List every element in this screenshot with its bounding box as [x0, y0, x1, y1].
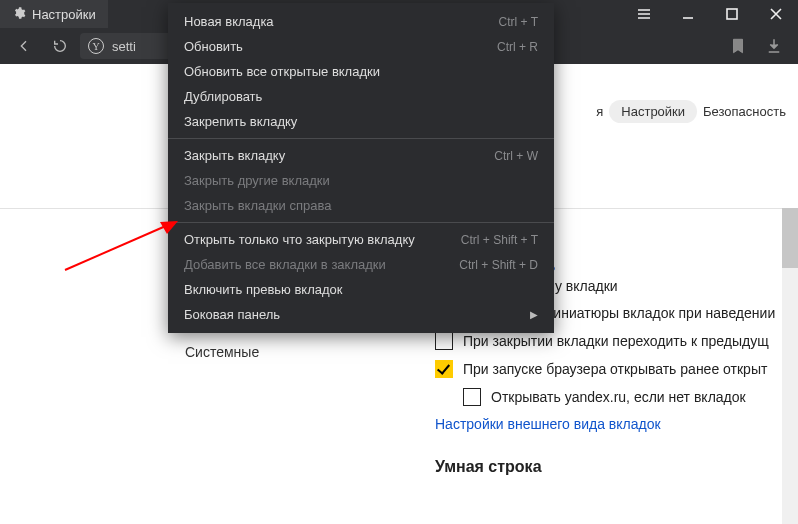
- back-button[interactable]: [8, 30, 40, 62]
- svg-rect-0: [727, 9, 737, 19]
- menu-item-label: Открыть только что закрытую вкладку: [184, 232, 461, 247]
- browser-tab-settings[interactable]: Настройки: [0, 0, 108, 28]
- scrollbar-thumb[interactable]: [782, 208, 798, 268]
- option-restore-tabs[interactable]: При запуске браузера открывать ранее отк…: [435, 360, 794, 378]
- chevron-right-icon: ▶: [530, 309, 538, 320]
- window-buttons: [622, 0, 798, 28]
- menu-item-label: Включить превью вкладок: [184, 282, 538, 297]
- menu-item-shortcut: Ctrl + W: [494, 149, 538, 163]
- menu-item-shortcut: Ctrl + R: [497, 40, 538, 54]
- heading-smart-line: Умная строка: [435, 458, 794, 476]
- menu-item-label: Дублировать: [184, 89, 538, 104]
- menu-item[interactable]: Дублировать: [168, 84, 554, 109]
- yandex-logo-icon: Y: [88, 38, 104, 54]
- menu-item-label: Закрыть другие вкладки: [184, 173, 538, 188]
- menu-item[interactable]: Открыть только что закрытую вкладкуCtrl …: [168, 227, 554, 252]
- link-tab-appearance[interactable]: Настройки внешнего вида вкладок: [435, 416, 794, 432]
- menu-item[interactable]: Включить превью вкладок: [168, 277, 554, 302]
- menu-separator: [168, 138, 554, 139]
- reload-button[interactable]: [44, 30, 76, 62]
- menu-item: Закрыть другие вкладки: [168, 168, 554, 193]
- menu-item[interactable]: Боковая панель▶: [168, 302, 554, 327]
- checkbox-checked[interactable]: [435, 360, 453, 378]
- menu-item[interactable]: Новая вкладкаCtrl + T: [168, 9, 554, 34]
- gear-icon: [12, 6, 26, 23]
- bookmark-icon[interactable]: [722, 30, 754, 62]
- menu-item[interactable]: Закрыть вкладкуCtrl + W: [168, 143, 554, 168]
- menu-item-label: Боковая панель: [184, 307, 530, 322]
- menu-item: Добавить все вкладки в закладкиCtrl + Sh…: [168, 252, 554, 277]
- menu-item-shortcut: Ctrl + T: [499, 15, 538, 29]
- close-button[interactable]: [754, 0, 798, 28]
- menu-item-shortcut: Ctrl + Shift + D: [459, 258, 538, 272]
- menu-item-shortcut: Ctrl + Shift + T: [461, 233, 538, 247]
- menu-item-label: Обновить все открытые вкладки: [184, 64, 538, 79]
- nav-item-settings[interactable]: Настройки: [609, 100, 697, 123]
- option-label: При закрытии вкладки переходить к предыд…: [463, 333, 769, 349]
- maximize-button[interactable]: [710, 0, 754, 28]
- menu-item: Закрыть вкладки справа: [168, 193, 554, 218]
- option-open-yandex[interactable]: Открывать yandex.ru, если нет вкладок: [463, 388, 794, 406]
- tab-context-menu: Новая вкладкаCtrl + TОбновитьCtrl + RОбн…: [168, 3, 554, 333]
- sidebar-item-system[interactable]: Системные: [185, 344, 259, 360]
- omnibox-text: setti: [112, 39, 136, 54]
- menu-item-label: Обновить: [184, 39, 497, 54]
- option-close-previous[interactable]: При закрытии вкладки переходить к предыд…: [435, 332, 794, 350]
- menu-item-label: Закрыть вкладку: [184, 148, 494, 163]
- settings-top-nav: я Настройки Безопасность: [596, 100, 798, 123]
- menu-item-label: Новая вкладка: [184, 14, 499, 29]
- nav-item-partial[interactable]: я: [596, 104, 603, 119]
- menu-separator: [168, 222, 554, 223]
- menu-item[interactable]: ОбновитьCtrl + R: [168, 34, 554, 59]
- checkbox-unchecked[interactable]: [463, 388, 481, 406]
- menu-item-label: Добавить все вкладки в закладки: [184, 257, 459, 272]
- checkbox-unchecked[interactable]: [435, 332, 453, 350]
- option-label: При запуске браузера открывать ранее отк…: [463, 361, 767, 377]
- option-label: Открывать yandex.ru, если нет вкладок: [491, 389, 746, 405]
- menu-item[interactable]: Закрепить вкладку: [168, 109, 554, 134]
- hamburger-icon[interactable]: [622, 0, 666, 28]
- menu-item-label: Закрепить вкладку: [184, 114, 538, 129]
- menu-item[interactable]: Обновить все открытые вкладки: [168, 59, 554, 84]
- downloads-icon[interactable]: [758, 30, 790, 62]
- minimize-button[interactable]: [666, 0, 710, 28]
- tab-title: Настройки: [32, 7, 96, 22]
- vertical-scrollbar[interactable]: [782, 208, 798, 524]
- menu-item-label: Закрыть вкладки справа: [184, 198, 538, 213]
- nav-item-security[interactable]: Безопасность: [703, 104, 786, 119]
